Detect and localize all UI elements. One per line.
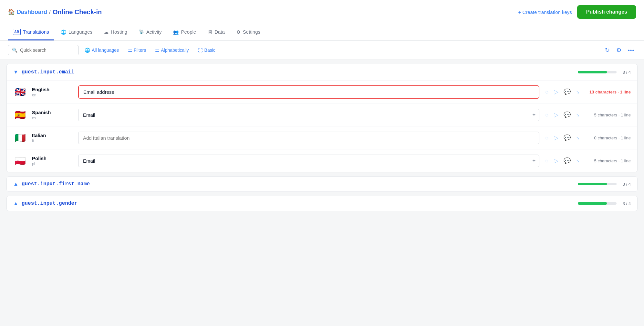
header-actions: + Create translation keys Publish change… <box>518 5 636 19</box>
progress-fill-gender <box>578 202 607 205</box>
lang-name-polish: Polish <box>32 156 68 161</box>
translation-input-english[interactable] <box>78 85 539 99</box>
main-content: ▼ guest.input.email 3 / 4 🇬🇧 English en <box>0 64 644 211</box>
tab-languages-label: Languages <box>68 29 92 35</box>
tab-translations[interactable]: AB Translations <box>8 24 54 40</box>
lang-name-spanish: Spanish <box>32 110 68 115</box>
basic-button[interactable]: ⛶ Basic <box>195 45 219 55</box>
tab-data-label: Data <box>214 29 225 35</box>
char-count-polish: 5 characters · 1 line <box>586 158 631 163</box>
more-button[interactable]: ••• <box>626 45 636 56</box>
settings-icon: ⚙ <box>236 29 241 35</box>
translation-input-spanish[interactable] <box>78 109 539 121</box>
refresh-button[interactable]: ↻ <box>603 45 612 56</box>
all-languages-button[interactable]: 🌐 All languages <box>81 45 122 55</box>
flag-english: 🇬🇧 <box>13 85 27 99</box>
table-row: 🇵🇱 Polish pl ✦ ○ ▷ 💬 ↘ <box>7 149 637 172</box>
expand-icon-firstname[interactable]: ▲ <box>13 181 18 187</box>
project-name: Online Check-in <box>53 8 102 16</box>
search-icon: 🔍 <box>12 48 17 53</box>
basic-label: Basic <box>204 48 215 53</box>
search-box[interactable]: 🔍 <box>8 45 79 55</box>
settings-button[interactable]: ⚙ <box>614 45 623 56</box>
key-section-firstname: ▲ guest.input.first-name 3 / 4 <box>6 176 638 192</box>
languages-icon: 🌐 <box>61 29 66 35</box>
key-name-gender: guest.input.gender <box>22 201 78 206</box>
translation-rows-email: 🇬🇧 English en ○ ▷ 💬 ↘ 13 characters · 1 … <box>7 80 637 172</box>
alphabetically-button[interactable]: ⚌ Alphabetically <box>152 45 192 55</box>
play-icon-english[interactable]: ▷ <box>553 88 559 96</box>
more-icon: ••• <box>628 48 634 53</box>
expand-icon-spanish[interactable]: ↘ <box>575 112 580 118</box>
create-translation-keys-button[interactable]: + Create translation keys <box>518 9 572 15</box>
char-count-spanish: 5 characters · 1 line <box>586 113 631 117</box>
char-count-english: 13 characters · 1 line <box>586 90 631 94</box>
progress-label-email: 3 / 4 <box>620 70 631 75</box>
lang-code-english: en <box>32 93 68 97</box>
progress-label-gender: 3 / 4 <box>620 201 631 206</box>
tab-data[interactable]: 🗄 Data <box>203 25 230 40</box>
activity-icon: 📡 <box>139 29 144 34</box>
dashboard-label: Dashboard <box>17 9 47 16</box>
key-section-gender: ▲ guest.input.gender 3 / 4 <box>6 196 638 211</box>
divider <box>73 132 73 144</box>
expand-icon-english[interactable]: ↘ <box>575 89 580 95</box>
lang-name-english: English <box>32 87 68 92</box>
comment-icon-italian[interactable]: 💬 <box>563 134 571 142</box>
toolbar: 🔍 🌐 All languages ⚌ Filters ⚌ Alphabetic… <box>0 41 644 60</box>
progress-label-firstname: 3 / 4 <box>620 182 631 187</box>
data-icon: 🗄 <box>208 29 212 35</box>
tab-languages[interactable]: 🌐 Languages <box>56 25 98 40</box>
comment-icon-english[interactable]: 💬 <box>563 88 571 96</box>
flag-italian: 🇮🇹 <box>13 131 27 145</box>
nav-tabs: AB Translations 🌐 Languages ☁ Hosting 📡 … <box>0 24 644 41</box>
globe-icon: 🌐 <box>85 48 90 53</box>
key-header-gender[interactable]: ▲ guest.input.gender 3 / 4 <box>7 196 637 211</box>
play-icon-polish[interactable]: ▷ <box>553 157 559 165</box>
search-input[interactable] <box>20 48 75 53</box>
char-count-italian: 0 characters · 1 line <box>586 136 631 140</box>
collapse-icon-email[interactable]: ▼ <box>13 69 18 75</box>
divider <box>73 109 73 121</box>
expand-icon-gender[interactable]: ▲ <box>13 201 18 206</box>
expand-icon-italian[interactable]: ↘ <box>575 135 580 141</box>
progress-bar-firstname <box>578 183 617 185</box>
translation-input-italian[interactable] <box>78 132 539 144</box>
key-header-firstname[interactable]: ▲ guest.input.first-name 3 / 4 <box>7 177 637 191</box>
row-actions-polish: ○ ▷ 💬 ↘ <box>545 157 580 165</box>
expand-icon-polish[interactable]: ↘ <box>575 158 580 164</box>
play-icon-italian[interactable]: ▷ <box>553 134 559 142</box>
table-row: 🇪🇸 Spanish es ✦ ○ ▷ 💬 ↘ <box>7 103 637 126</box>
divider <box>73 155 73 167</box>
tab-hosting[interactable]: ☁ Hosting <box>99 25 132 40</box>
progress-fill-email <box>578 71 607 73</box>
circle-icon-polish[interactable]: ○ <box>545 157 549 165</box>
row-actions-italian: ○ ▷ 💬 ↘ <box>545 134 580 142</box>
key-name-firstname: guest.input.first-name <box>22 181 90 187</box>
key-header-email[interactable]: ▼ guest.input.email 3 / 4 <box>7 64 637 80</box>
publish-changes-button[interactable]: Publish changes <box>577 5 636 19</box>
people-icon: 👥 <box>173 29 179 35</box>
header: 🏠 Dashboard / Online Check-in + Create t… <box>0 0 644 24</box>
hosting-icon: ☁ <box>104 29 109 35</box>
flag-spanish: 🇪🇸 <box>13 108 27 122</box>
breadcrumb: 🏠 Dashboard / Online Check-in <box>8 8 102 16</box>
lang-name-italian: Italian <box>32 133 68 138</box>
play-icon-spanish[interactable]: ▷ <box>553 111 559 119</box>
tab-people[interactable]: 👥 People <box>168 25 201 40</box>
circle-icon-english[interactable]: ○ <box>545 88 549 96</box>
circle-icon-spanish[interactable]: ○ <box>545 111 549 119</box>
tab-settings[interactable]: ⚙ Settings <box>231 25 265 40</box>
filters-button[interactable]: ⚌ Filters <box>125 45 149 55</box>
circle-icon-italian[interactable]: ○ <box>545 134 549 142</box>
translations-icon: AB <box>13 29 21 35</box>
home-icon: 🏠 <box>8 8 15 16</box>
tab-activity[interactable]: 📡 Activity <box>134 25 167 40</box>
alphabetically-label: Alphabetically <box>161 48 189 53</box>
tab-activity-label: Activity <box>146 29 162 35</box>
all-languages-label: All languages <box>92 48 119 53</box>
comment-icon-spanish[interactable]: 💬 <box>563 111 571 119</box>
translation-input-polish[interactable] <box>78 155 539 167</box>
comment-icon-polish[interactable]: 💬 <box>563 157 571 165</box>
lang-code-polish: pl <box>32 162 68 166</box>
